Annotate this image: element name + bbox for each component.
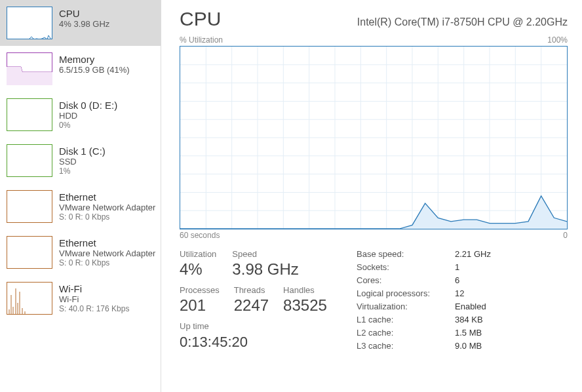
sidebar-item-title: Wi-Fi	[59, 283, 129, 294]
info-value: 2.21 GHz	[455, 249, 491, 259]
cpu-info-table: Base speed:2.21 GHzSockets:1Cores:6Logic…	[357, 249, 568, 354]
sidebar-item-title: Disk 0 (D: E:)	[59, 100, 117, 111]
info-key: L2 cache:	[357, 328, 455, 338]
speed-label: Speed	[232, 249, 298, 259]
handles-label: Handles	[283, 285, 327, 295]
utilization-label: Utilization	[180, 249, 216, 259]
sidebar-item-sub: VMware Network Adapter	[59, 248, 155, 258]
info-value: 384 KB	[455, 315, 483, 324]
info-row: Virtualization:Enabled	[357, 302, 568, 311]
svg-rect-4	[7, 145, 52, 177]
svg-rect-0	[7, 7, 52, 39]
info-value: Enabled	[455, 302, 486, 311]
info-key: Sockets:	[357, 262, 455, 272]
sidebar-item-eth2[interactable]: EthernetVMware Network AdapterS: 0 R: 0 …	[0, 229, 161, 275]
info-value: 1.5 MB	[455, 328, 482, 338]
sidebar-item-title: CPU	[59, 8, 109, 19]
sidebar-item-wifi[interactable]: Wi-FiWi-FiS: 40.0 R: 176 Kbps	[0, 275, 161, 321]
processes-label: Processes	[180, 285, 220, 295]
sidebar-item-eth1[interactable]: EthernetVMware Network AdapterS: 0 R: 0 …	[0, 184, 161, 229]
info-row: Cores:6	[357, 275, 568, 285]
sidebar-item-title: Ethernet	[59, 191, 155, 203]
uptime-value: 0:13:45:20	[180, 334, 337, 351]
info-row: Sockets:1	[357, 262, 568, 272]
sidebar-item-title: Ethernet	[59, 237, 155, 248]
handles-value: 83525	[283, 296, 327, 315]
sidebar-item-sub2: S: 0 R: 0 Kbps	[59, 258, 155, 267]
axis-top-left: % Utilization	[180, 35, 223, 45]
info-value: 1	[455, 262, 459, 272]
info-row: L1 cache:384 KB	[357, 315, 568, 324]
info-row: L3 cache:9.0 MB	[357, 341, 568, 351]
processes-value: 201	[180, 296, 220, 315]
sidebar-item-sub2: 0%	[59, 121, 117, 130]
threads-label: Threads	[234, 285, 269, 295]
sidebar-item-disk1[interactable]: Disk 1 (C:)SSD1%	[0, 138, 161, 184]
info-key: Cores:	[357, 275, 455, 285]
disk1-thumb-chart	[7, 144, 52, 177]
eth2-thumb-chart	[7, 236, 52, 269]
sidebar-item-sub: HDD	[59, 111, 117, 121]
svg-rect-6	[7, 237, 52, 269]
info-value: 6	[455, 275, 459, 285]
sidebar-item-sub: Wi-Fi	[59, 294, 129, 304]
cpu-thumb-chart	[7, 7, 52, 39]
disk0-thumb-chart	[7, 98, 52, 131]
info-key: L1 cache:	[357, 315, 455, 324]
sidebar-item-sub: SSD	[59, 157, 106, 167]
svg-marker-39	[180, 196, 567, 229]
sidebar-item-sub: VMware Network Adapter	[59, 203, 155, 212]
info-key: Base speed:	[357, 249, 455, 259]
sidebar-item-sub2: 1%	[59, 167, 106, 176]
performance-sidebar[interactable]: CPU4% 3.98 GHzMemory6.5/15.9 GB (41%)Dis…	[0, 0, 161, 392]
eth1-thumb-chart	[7, 190, 52, 223]
sidebar-item-sub: 6.5/15.9 GB (41%)	[59, 65, 130, 75]
info-key: L3 cache:	[357, 341, 455, 351]
uptime-label: Up time	[180, 321, 337, 331]
speed-value: 3.98 GHz	[232, 260, 298, 279]
svg-rect-3	[7, 99, 52, 131]
cpu-detail-pane: CPU Intel(R) Core(TM) i7-8750H CPU @ 2.2…	[161, 0, 582, 392]
axis-bottom-right: 0	[563, 231, 568, 240]
cpu-usage-chart[interactable]	[180, 46, 568, 229]
threads-value: 2247	[234, 296, 269, 315]
info-key: Logical processors:	[357, 288, 455, 298]
memory-thumb-chart	[7, 52, 52, 85]
axis-top-right: 100%	[547, 35, 568, 45]
sidebar-item-sub2: S: 0 R: 0 Kbps	[59, 212, 155, 222]
sidebar-item-title: Disk 1 (C:)	[59, 146, 106, 157]
axis-bottom-left: 60 seconds	[180, 231, 220, 240]
info-row: Logical processors:12	[357, 288, 568, 298]
sidebar-item-sub: 4% 3.98 GHz	[59, 19, 109, 29]
sidebar-item-cpu[interactable]: CPU4% 3.98 GHz	[0, 0, 161, 46]
utilization-value: 4%	[180, 260, 216, 279]
sidebar-item-memory[interactable]: Memory6.5/15.9 GB (41%)	[0, 46, 161, 92]
info-row: L2 cache:1.5 MB	[357, 328, 568, 338]
page-title: CPU	[180, 8, 221, 30]
sidebar-item-disk0[interactable]: Disk 0 (D: E:)HDD0%	[0, 92, 161, 138]
info-key: Virtualization:	[357, 302, 455, 311]
info-row: Base speed:2.21 GHz	[357, 249, 568, 259]
info-value: 12	[455, 288, 464, 298]
cpu-model: Intel(R) Core(TM) i7-8750H CPU @ 2.20GHz	[357, 16, 568, 28]
svg-rect-5	[7, 191, 52, 223]
svg-rect-7	[7, 283, 52, 315]
info-value: 9.0 MB	[455, 341, 482, 351]
sidebar-item-sub2: S: 40.0 R: 176 Kbps	[59, 304, 129, 313]
sidebar-item-title: Memory	[59, 54, 130, 65]
wifi-thumb-chart	[7, 282, 52, 315]
